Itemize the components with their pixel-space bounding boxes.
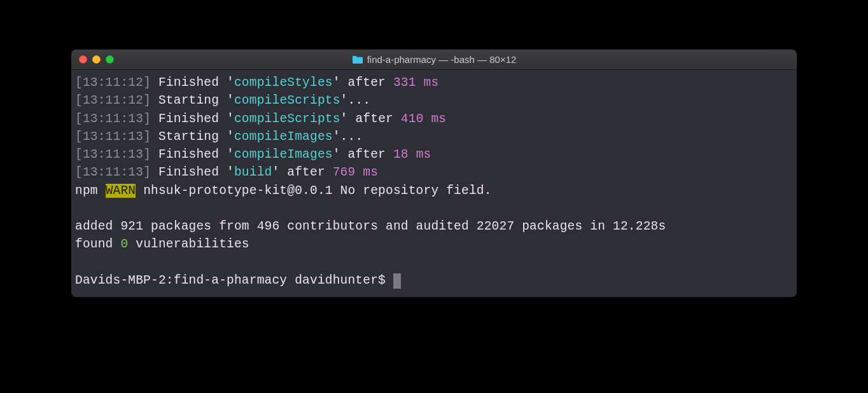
terminal-output[interactable]: [13:11:12] Finished 'compileStyles' afte… [71, 70, 797, 297]
added-packages-line: added 921 packages from 496 contributors… [75, 217, 793, 235]
close-button[interactable] [79, 55, 87, 64]
log-line: [13:11:13] Finished 'build' after 769 ms [75, 163, 793, 181]
log-line: [13:11:13] Finished 'compileScripts' aft… [75, 110, 793, 128]
minimize-button[interactable] [92, 55, 101, 64]
window-title-text: find-a-pharmacy — -bash — 80×12 [367, 54, 517, 65]
window-title: find-a-pharmacy — -bash — 80×12 [79, 54, 789, 65]
terminal-window: find-a-pharmacy — -bash — 80×12 [13:11:1… [71, 50, 797, 297]
window-controls [79, 55, 114, 64]
prompt-line: Davids-MBP-2:find-a-pharmacy davidhunter… [75, 272, 793, 289]
cursor-icon [393, 273, 401, 289]
title-bar[interactable]: find-a-pharmacy — -bash — 80×12 [71, 50, 797, 70]
warn-badge: WARN [106, 184, 136, 198]
log-line: [13:11:12] Starting 'compileScripts'... [75, 92, 793, 109]
blank-line [75, 200, 793, 217]
maximize-button[interactable] [106, 55, 114, 64]
folder-icon [352, 55, 363, 64]
shell-prompt: Davids-MBP-2:find-a-pharmacy davidhunter… [75, 273, 393, 287]
log-line: [13:11:13] Starting 'compileImages'... [75, 128, 793, 146]
log-line: [13:11:12] Finished 'compileStyles' afte… [75, 74, 793, 92]
vulnerabilities-line: found 0 vulnerabilities [75, 235, 793, 253]
log-line: [13:11:13] Finished 'compileImages' afte… [75, 146, 793, 163]
npm-warn-line: npm WARN nhsuk-prototype-kit@0.0.1 No re… [75, 182, 793, 200]
blank-line [75, 254, 793, 272]
